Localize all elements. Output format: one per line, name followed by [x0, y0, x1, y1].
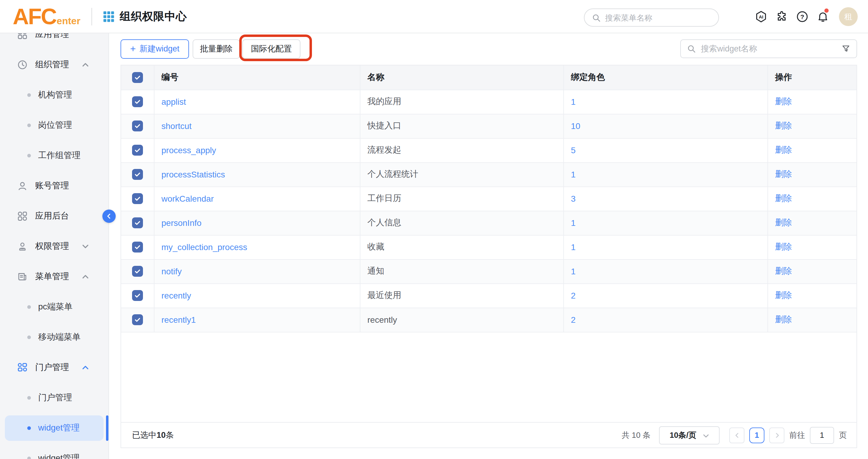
bound-roles-link[interactable]: 2 — [571, 291, 576, 300]
prev-page-button[interactable] — [729, 427, 744, 443]
notification-bell-icon[interactable] — [816, 10, 829, 23]
delete-link[interactable]: 删除 — [775, 96, 792, 106]
sidebar-item-app-mgmt[interactable]: 应用管理 — [0, 33, 108, 50]
sidebar-item-account-mgmt[interactable]: 账号管理 — [0, 171, 108, 201]
bound-roles-link[interactable]: 3 — [571, 194, 576, 203]
delete-link[interactable]: 删除 — [775, 241, 792, 251]
table-header-row: 编号 名称 绑定角色 操作 — [121, 65, 857, 90]
widget-id-link[interactable]: process_apply — [161, 145, 216, 155]
main-content: + 新建widget 批量删除 国际化配置 — [109, 33, 868, 459]
batch-delete-button[interactable]: 批量删除 — [193, 39, 240, 59]
new-widget-button[interactable]: + 新建widget — [121, 39, 189, 59]
search-icon — [687, 44, 696, 53]
widget-id-link[interactable]: notify — [161, 266, 182, 276]
delete-link[interactable]: 删除 — [775, 145, 792, 155]
bound-roles-link[interactable]: 1 — [571, 266, 576, 276]
sidebar-active-indicator — [106, 416, 108, 441]
plugin-icon[interactable] — [775, 10, 788, 23]
widget-id-link[interactable]: recently — [161, 291, 191, 300]
page-size-select[interactable]: 10条/页 — [659, 426, 720, 444]
clock-icon — [17, 59, 28, 70]
chevron-down-icon — [82, 243, 89, 250]
row-checkbox[interactable] — [132, 266, 143, 277]
widget-search-box[interactable] — [680, 39, 857, 58]
bound-roles-link[interactable]: 1 — [571, 97, 576, 106]
bound-roles-link[interactable]: 2 — [571, 315, 576, 325]
sidebar-item-workgroup-mgmt[interactable]: 工作组管理 — [0, 140, 108, 171]
apps-icon — [17, 211, 28, 222]
widget-id-link[interactable]: processStatistics — [161, 169, 225, 179]
sidebar-item-widget-mgmt[interactable]: widget管理 — [0, 413, 108, 443]
delete-link[interactable]: 删除 — [775, 169, 792, 178]
next-page-button[interactable] — [769, 427, 784, 443]
row-checkbox[interactable] — [132, 96, 143, 107]
bound-roles-link[interactable]: 1 — [571, 218, 576, 228]
bullet-icon — [27, 396, 31, 400]
bullet-icon — [27, 457, 31, 459]
current-page-button[interactable]: 1 — [749, 427, 765, 443]
page-size-value: 10条/页 — [670, 430, 696, 440]
bullet-icon — [27, 124, 31, 127]
widget-search-input[interactable] — [701, 44, 837, 53]
sidebar-item-org-mgmt[interactable]: 组织管理 — [0, 50, 108, 80]
sidebar-item-mobile-menu[interactable]: 移动端菜单 — [0, 322, 108, 353]
widget-name: 流程发起 — [367, 145, 401, 155]
delete-link[interactable]: 删除 — [775, 266, 792, 275]
bullet-icon — [27, 305, 31, 309]
filter-funnel-icon[interactable] — [841, 44, 850, 53]
sidebar-item-menu-mgmt[interactable]: 菜单管理 — [0, 262, 108, 292]
sidebar-item-position-mgmt[interactable]: 岗位管理 — [0, 110, 108, 140]
chevron-up-icon — [82, 364, 89, 371]
selection-count: 10 — [157, 430, 166, 439]
widget-id-link[interactable]: shortcut — [161, 121, 192, 131]
sidebar-item-label: 机构管理 — [38, 90, 72, 100]
delete-link[interactable]: 删除 — [775, 121, 792, 130]
widget-id-link[interactable]: personInfo — [161, 218, 202, 228]
bound-roles-link[interactable]: 1 — [571, 242, 576, 252]
row-checkbox[interactable] — [132, 314, 143, 325]
table-row: workCalendar 工作日历 3 删除 — [121, 187, 857, 211]
widget-table-card: 编号 名称 绑定角色 操作 applist 我的应用 1 删除 shortcu — [121, 65, 857, 448]
row-checkbox[interactable] — [132, 241, 143, 253]
delete-link[interactable]: 删除 — [775, 193, 792, 203]
row-checkbox[interactable] — [132, 290, 143, 301]
delete-link[interactable]: 删除 — [775, 290, 792, 300]
selection-summary: 已选中10条 — [132, 430, 174, 440]
bound-roles-link[interactable]: 10 — [571, 121, 580, 131]
sidebar-collapse-button[interactable] — [102, 209, 116, 223]
sidebar-item-app-backend[interactable]: 应用后台 — [0, 201, 108, 231]
column-header-actions: 操作 — [768, 65, 857, 90]
row-checkbox[interactable] — [132, 169, 143, 180]
i18n-config-button[interactable]: 国际化配置 — [242, 39, 301, 59]
sidebar-item-label: 移动端菜单 — [38, 332, 81, 343]
sidebar-item-portal-mgmt-sub[interactable]: 门户管理 — [0, 383, 108, 413]
avatar[interactable]: 租 — [839, 7, 858, 26]
select-all-checkbox[interactable] — [132, 72, 143, 83]
row-checkbox[interactable] — [132, 193, 143, 204]
widget-id-link[interactable]: applist — [161, 97, 186, 106]
menu-search-box[interactable] — [584, 8, 719, 27]
delete-link[interactable]: 删除 — [775, 218, 792, 227]
widget-id-link[interactable]: recently1 — [161, 315, 196, 325]
ai-assistant-icon[interactable]: AI — [755, 10, 768, 23]
widget-name: 我的应用 — [367, 96, 401, 106]
sidebar-item-widget-mgmt-2[interactable]: widget管理 — [0, 443, 108, 459]
table-row: shortcut 快捷入口 10 删除 — [121, 114, 857, 138]
bound-roles-link[interactable]: 1 — [571, 169, 576, 179]
widget-id-link[interactable]: my_collection_process — [161, 242, 247, 252]
widget-id-link[interactable]: workCalendar — [161, 194, 214, 203]
bound-roles-link[interactable]: 5 — [571, 145, 576, 155]
sidebar-item-label: widget管理 — [38, 453, 80, 459]
sidebar-item-portal-mgmt[interactable]: 门户管理 — [0, 353, 108, 383]
goto-page-input[interactable] — [810, 427, 834, 444]
row-checkbox[interactable] — [132, 121, 143, 131]
delete-link[interactable]: 删除 — [775, 314, 792, 324]
help-icon[interactable]: ? — [796, 10, 809, 23]
sidebar-item-institution-mgmt[interactable]: 机构管理 — [0, 80, 108, 110]
row-checkbox[interactable] — [132, 145, 143, 156]
sidebar-item-label: 应用后台 — [35, 211, 69, 222]
sidebar-item-pc-menu[interactable]: pc端菜单 — [0, 292, 108, 322]
sidebar-item-permission-mgmt[interactable]: 权限管理 — [0, 231, 108, 262]
row-checkbox[interactable] — [132, 218, 143, 228]
menu-search-input[interactable] — [605, 13, 712, 22]
